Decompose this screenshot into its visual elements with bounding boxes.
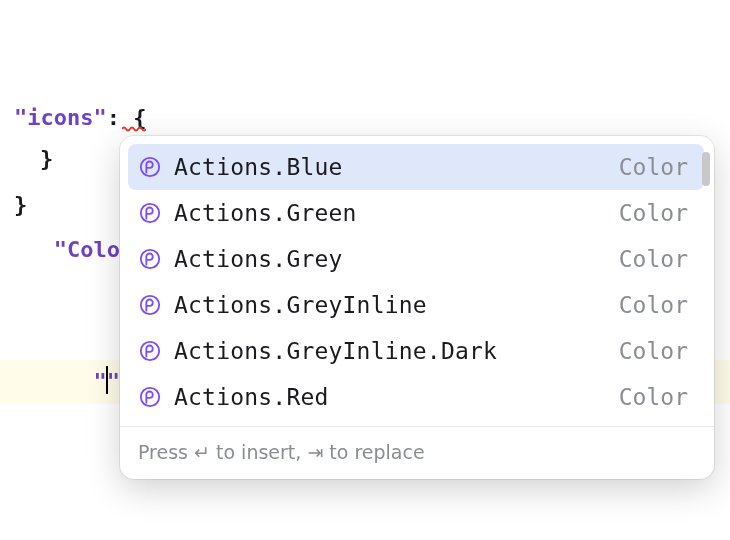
completion-item-label: Actions.GreyInline.Dark: [174, 338, 607, 364]
completion-item[interactable]: Actions.GreenColor: [128, 190, 704, 236]
hint-text: to insert,: [210, 441, 307, 463]
enter-key-glyph: ↵: [194, 441, 210, 463]
code-line-1: "icons": {: [0, 96, 730, 140]
property-icon: [138, 247, 162, 271]
completion-item-type: Color: [619, 292, 688, 318]
completion-item-label: Actions.GreyInline: [174, 292, 607, 318]
completion-item-label: Actions.Green: [174, 200, 607, 226]
hint-text: to replace: [323, 441, 424, 463]
property-icon: [138, 293, 162, 317]
code-trailing-braces: } }: [14, 136, 53, 228]
completion-list[interactable]: Actions.BlueColorActions.GreenColorActio…: [128, 144, 704, 420]
completion-item-type: Color: [619, 384, 688, 410]
tab-key-glyph: ⇥: [307, 441, 323, 463]
completion-item[interactable]: Actions.GreyInlineColor: [128, 282, 704, 328]
completion-item-type: Color: [619, 200, 688, 226]
property-icon: [138, 201, 162, 225]
completion-hint: Press ↵ to insert, ⇥ to replace: [120, 426, 714, 479]
popup-scrollbar[interactable]: [702, 146, 710, 396]
completion-item[interactable]: Actions.BlueColor: [128, 144, 704, 190]
property-icon: [138, 155, 162, 179]
error-squiggle-icon: [122, 126, 146, 134]
completion-item-type: Color: [619, 246, 688, 272]
property-icon: [138, 339, 162, 363]
completion-item[interactable]: Actions.RedColor: [128, 374, 704, 420]
property-icon: [138, 385, 162, 409]
completion-item-type: Color: [619, 338, 688, 364]
completion-popup[interactable]: Actions.BlueColorActions.GreenColorActio…: [120, 136, 714, 479]
json-brace: }: [14, 182, 53, 228]
cursor-indicator: [106, 366, 108, 394]
completion-item-type: Color: [619, 154, 688, 180]
completion-item-label: Actions.Grey: [174, 246, 607, 272]
scrollbar-thumb[interactable]: [702, 152, 710, 186]
json-brace: }: [14, 136, 53, 182]
completion-item[interactable]: Actions.GreyColor: [128, 236, 704, 282]
completion-item[interactable]: Actions.GreyInline.DarkColor: [128, 328, 704, 374]
hint-text: Press: [138, 441, 194, 463]
json-key: "icons": [14, 105, 107, 130]
completion-item-label: Actions.Blue: [174, 154, 607, 180]
completion-item-label: Actions.Red: [174, 384, 607, 410]
